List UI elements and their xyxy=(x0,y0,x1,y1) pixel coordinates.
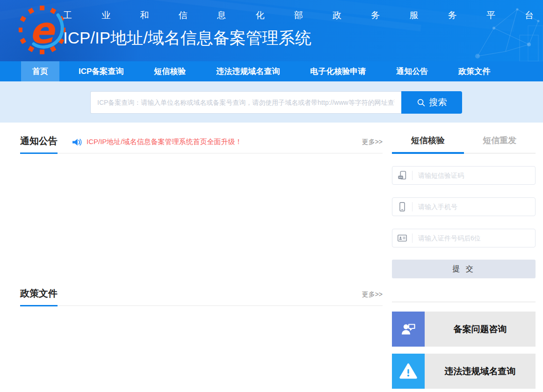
platform-title: 工 业 和 信 息 化 部 政 务 服 务 平 台 xyxy=(63,9,543,22)
nav-item-icp-query[interactable]: ICP备案查询 xyxy=(67,61,135,81)
right-column: 短信核验 短信重发 xyxy=(392,123,536,389)
search-bar: 搜索 xyxy=(90,91,462,114)
consult-banner-label: 备案问题咨询 xyxy=(425,312,536,347)
sms-code-icon xyxy=(392,170,412,181)
sms-tabs: 短信核验 短信重发 xyxy=(392,135,536,153)
illegal-domain-banner-button[interactable]: 违法违规域名查询 xyxy=(392,354,536,389)
submit-button[interactable]: 提 交 xyxy=(392,260,536,278)
illegal-domain-banner-label: 违法违规域名查询 xyxy=(425,354,536,389)
site-header: e 工 业 和 信 息 化 部 政 务 服 务 平 台 ICP/IP地址/域名信… xyxy=(0,0,543,61)
mobile-phone-icon xyxy=(392,202,412,212)
id-number-input[interactable] xyxy=(413,234,535,242)
left-column: 通知公告 ICP/IP地址/域名信息备案管理系统首页全面升级！ 更多>> 政策文… xyxy=(20,123,383,389)
id-card-icon xyxy=(392,233,412,243)
sms-code-input[interactable] xyxy=(413,172,535,179)
notice-item-link[interactable]: ICP/IP地址/域名信息备案管理系统首页全面升级！ xyxy=(72,138,242,153)
nav-item-policy-documents[interactable]: 政策文件 xyxy=(447,61,501,81)
nav-item-sms-verify[interactable]: 短信核验 xyxy=(143,61,197,81)
main-nav: 首页 ICP备案查询 短信核验 违法违规域名查询 电子化核验申请 通知公告 政策… xyxy=(0,61,543,81)
policy-section-header: 政策文件 更多>> xyxy=(20,287,383,306)
main-content: 通知公告 ICP/IP地址/域名信息备案管理系统首页全面升级！ 更多>> 政策文… xyxy=(0,123,543,389)
policy-section-title: 政策文件 xyxy=(20,287,58,306)
id-card-field-wrap xyxy=(392,229,536,247)
phone-field-wrap xyxy=(392,197,536,216)
svg-text:e: e xyxy=(29,9,57,51)
nav-item-home[interactable]: 首页 xyxy=(21,61,59,81)
policy-more-link[interactable]: 更多>> xyxy=(362,290,383,305)
notice-more-link[interactable]: 更多>> xyxy=(362,138,383,153)
nav-item-electronic-verification[interactable]: 电子化核验申请 xyxy=(299,61,377,81)
sms-code-field-wrap xyxy=(392,166,536,185)
notice-list-empty xyxy=(20,153,383,275)
notice-item-text: ICP/IP地址/域名信息备案管理系统首页全面升级！ xyxy=(87,138,242,146)
phone-input[interactable] xyxy=(413,203,535,211)
header-titles: 工 业 和 信 息 化 部 政 务 服 务 平 台 ICP/IP地址/域名信息备… xyxy=(63,9,543,49)
tab-sms-resend[interactable]: 短信重发 xyxy=(464,135,536,153)
search-button[interactable]: 搜索 xyxy=(401,91,462,114)
page: e 工 业 和 信 息 化 部 政 务 服 务 平 台 ICP/IP地址/域名信… xyxy=(0,0,543,392)
nav-item-announcements[interactable]: 通知公告 xyxy=(385,61,439,81)
search-input[interactable] xyxy=(90,91,401,114)
system-title: ICP/IP地址/域名信息备案管理系统 xyxy=(63,27,543,49)
speaker-icon xyxy=(72,138,82,146)
notice-section-header: 通知公告 ICP/IP地址/域名信息备案管理系统首页全面升级！ 更多>> xyxy=(20,135,383,153)
nav-item-illegal-domain-query[interactable]: 违法违规域名查询 xyxy=(205,61,291,81)
tab-sms-verify[interactable]: 短信核验 xyxy=(392,135,464,154)
miit-gear-e-logo-icon: e xyxy=(19,3,65,58)
notice-section-title: 通知公告 xyxy=(20,135,58,154)
consult-banner-button[interactable]: 备案问题咨询 xyxy=(392,312,536,347)
right-column-divider xyxy=(392,302,536,302)
magnifier-icon xyxy=(417,98,426,107)
search-button-label: 搜索 xyxy=(429,96,447,109)
search-band: 搜索 xyxy=(0,81,543,123)
warning-triangle-icon xyxy=(392,354,425,389)
person-chat-icon xyxy=(392,312,425,347)
